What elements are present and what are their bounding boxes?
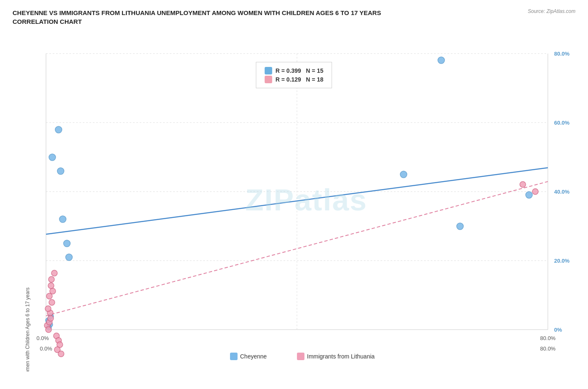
svg-text:80.0%: 80.0% xyxy=(540,335,556,341)
chart-title: CHEYENNE VS IMMIGRANTS FROM LITHUANIA UN… xyxy=(13,8,389,26)
svg-point-35 xyxy=(48,315,54,321)
legend-row-immigrants: R = 0.129 N = 18 xyxy=(265,76,323,83)
legend-row-cheyenne: R = 0.399 N = 15 xyxy=(265,67,323,74)
svg-point-26 xyxy=(457,223,463,230)
svg-text:Unemployment Among Women with : Unemployment Among Women with Children A… xyxy=(25,287,31,371)
svg-point-22 xyxy=(59,216,66,223)
svg-point-41 xyxy=(48,283,54,289)
svg-text:80.0%: 80.0% xyxy=(540,345,556,352)
svg-rect-52 xyxy=(297,353,304,360)
svg-point-37 xyxy=(45,306,51,312)
svg-text:80.0%: 80.0% xyxy=(554,51,570,57)
chart-legend: R = 0.399 N = 15 R = 0.129 N = 18 xyxy=(256,62,332,88)
svg-point-24 xyxy=(66,254,72,261)
chart-container: R = 0.399 N = 15 R = 0.129 N = 18 ZIPatl… xyxy=(13,28,575,371)
svg-point-43 xyxy=(51,270,57,276)
svg-rect-51 xyxy=(230,353,238,360)
svg-point-38 xyxy=(49,299,55,305)
svg-text:60.0%: 60.0% xyxy=(554,120,570,126)
cheyenne-swatch xyxy=(265,67,272,74)
svg-point-33 xyxy=(46,327,51,333)
cheyenne-legend-text: R = 0.399 N = 15 xyxy=(276,67,323,74)
svg-point-48 xyxy=(58,351,64,357)
immigrants-swatch xyxy=(265,76,272,83)
svg-point-21 xyxy=(57,168,64,174)
svg-point-19 xyxy=(49,154,56,161)
svg-point-20 xyxy=(55,126,62,133)
svg-text:40.0%: 40.0% xyxy=(554,189,570,195)
svg-text:0.0%: 0.0% xyxy=(36,335,49,341)
svg-point-27 xyxy=(526,192,532,198)
svg-point-50 xyxy=(532,189,538,194)
svg-point-25 xyxy=(400,171,407,178)
immigrants-footer-label: Immigrants from Lithuania xyxy=(307,353,375,360)
svg-point-42 xyxy=(49,276,54,282)
source-label: Source: ZipAtlas.com xyxy=(528,8,575,14)
svg-point-23 xyxy=(64,240,70,247)
cheyenne-footer-label: Cheyenne xyxy=(240,353,267,360)
svg-text:0%: 0% xyxy=(554,327,562,333)
svg-text:20.0%: 20.0% xyxy=(554,258,570,264)
svg-point-49 xyxy=(520,182,526,187)
svg-point-18 xyxy=(438,57,445,64)
page: CHEYENNE VS IMMIGRANTS FROM LITHUANIA UN… xyxy=(0,0,588,389)
svg-point-40 xyxy=(50,288,56,294)
immigrants-legend-text: R = 0.129 N = 18 xyxy=(276,76,323,83)
svg-text:0.0%: 0.0% xyxy=(40,345,52,352)
